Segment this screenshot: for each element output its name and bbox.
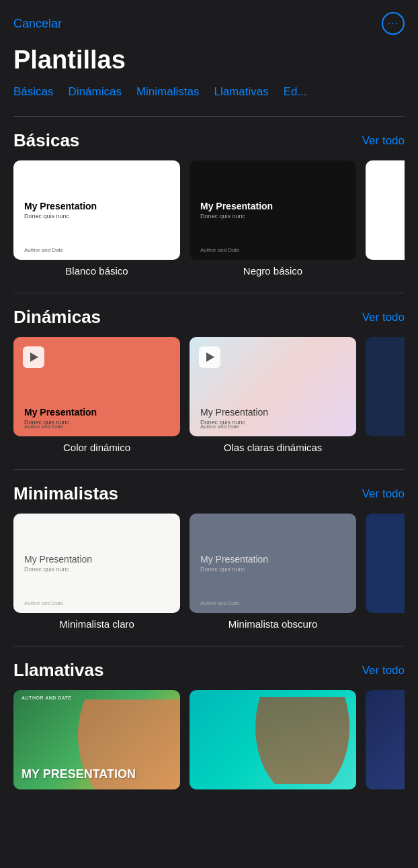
tab-basicas[interactable]: Básicas: [13, 85, 54, 100]
section-minimalistas: Minimalistas Ver todo My Presentation Do…: [0, 477, 418, 639]
card-negro-basico-wrapper: My Presentation Donec quis nunc Author a…: [190, 160, 356, 277]
card-negro-basico[interactable]: My Presentation Donec quis nunc Author a…: [190, 160, 356, 260]
card-min-claro[interactable]: My Presentation Donec quis nunc Author a…: [13, 514, 180, 613]
card-min-oscuro[interactable]: My Presentation Donec quis nunc Author a…: [190, 514, 356, 613]
olas-pres-title: My Presentation: [200, 407, 345, 418]
card-partial-min[interactable]: [366, 514, 405, 613]
play-icon-color: [23, 346, 44, 368]
card-llamativa-1[interactable]: AUTHOR AND DATE MY PRESENTATION: [13, 690, 180, 789]
app-header: Cancelar ···: [0, 0, 418, 42]
negro-pres-title: My Presentation: [200, 201, 345, 211]
card-blanco-basico-wrapper: My Presentation Donec quis nunc Author a…: [13, 160, 180, 277]
card-llamativa-2-wrapper: [190, 690, 356, 789]
tab-educativas[interactable]: Ed...: [284, 85, 307, 100]
divider-2: [13, 293, 405, 293]
card-color-dinamico-wrapper: My Presentation Donec quis nunc Author a…: [13, 337, 180, 453]
card-olas-claras-wrapper: My Presentation Donec quis nunc Author a…: [190, 337, 356, 453]
min-oscuro-label: Minimalista obscuro: [228, 618, 318, 630]
person-figure-2: [255, 697, 349, 784]
card-partial-llamativa[interactable]: [366, 690, 405, 789]
divider-4: [13, 646, 405, 646]
card-partial-llamativa-wrapper: [366, 690, 405, 789]
basicas-header: Básicas Ver todo: [13, 130, 405, 151]
divider-1: [13, 116, 405, 117]
min-claro-label: Minimalista claro: [59, 618, 134, 630]
cancel-button[interactable]: Cancelar: [13, 17, 62, 31]
minimalistas-ver-todo-button[interactable]: Ver todo: [362, 487, 405, 501]
card-llamativa-2[interactable]: [190, 690, 356, 789]
partial-din-title: [366, 337, 379, 354]
more-options-button[interactable]: ···: [382, 12, 405, 35]
dinamicas-header: Dinámicas Ver todo: [13, 307, 405, 328]
card-color-dinamico[interactable]: My Presentation Donec quis nunc Author a…: [13, 337, 180, 436]
basicas-ver-todo-button[interactable]: Ver todo: [362, 134, 405, 148]
blanco-pres-title: My Presentation: [24, 201, 169, 211]
min-oscuro-pres-title: My Presentation: [200, 554, 345, 565]
llamativa-1-big-title: MY PRESENTATION: [22, 768, 136, 781]
card-blanco-basico[interactable]: My Presentation Donec quis nunc Author a…: [13, 160, 180, 260]
dinamicas-cards-row: My Presentation Donec quis nunc Author a…: [13, 337, 405, 463]
card-llamativa-1-wrapper: AUTHOR AND DATE MY PRESENTATION: [13, 690, 180, 789]
section-llamativas: Llamativas Ver todo AUTHOR AND DATE MY P…: [0, 653, 418, 799]
blanco-pres-author: Author and Date: [24, 247, 63, 253]
divider-3: [13, 469, 405, 470]
section-dinamicas: Dinámicas Ver todo My Presentation Donec…: [0, 300, 418, 463]
min-claro-pres-author: Author and Date: [24, 600, 63, 606]
dinamicas-ver-todo-button[interactable]: Ver todo: [362, 311, 405, 324]
basicas-cards-row: My Presentation Donec quis nunc Author a…: [13, 160, 405, 286]
play-icon-olas: [199, 346, 220, 368]
play-triangle-olas-icon: [206, 352, 214, 362]
play-triangle-icon: [30, 352, 38, 362]
olas-pres-author: Author and Date: [200, 424, 239, 430]
card-min-oscuro-wrapper: My Presentation Donec quis nunc Author a…: [190, 514, 356, 630]
negro-pres-author: Author and Date: [200, 247, 239, 253]
min-oscuro-pres-sub: Donec quis nunc: [200, 566, 345, 573]
tab-minimalistas[interactable]: Minimalistas: [136, 85, 200, 100]
negro-pres-sub: Donec quis nunc: [200, 213, 345, 220]
olas-claras-label: Olas claras dinámicas: [224, 442, 323, 453]
basicas-title: Básicas: [13, 130, 79, 151]
tab-llamativas[interactable]: Llamativas: [214, 85, 268, 100]
min-claro-pres-title: My Presentation: [24, 554, 169, 565]
card-partial-dinamica[interactable]: [366, 337, 405, 436]
llamativas-ver-todo-button[interactable]: Ver todo: [362, 664, 405, 677]
section-basicas: Básicas Ver todo My Presentation Donec q…: [0, 124, 418, 286]
page-title: Plantillas: [0, 42, 418, 85]
card-partial-dinamica-wrapper: [366, 337, 405, 453]
minimalistas-cards-row: My Presentation Donec quis nunc Author a…: [13, 514, 405, 639]
color-pres-title: My Presentation: [24, 407, 169, 418]
min-oscuro-pres-author: Author and Date: [200, 600, 239, 606]
color-pres-author: Author and Date: [24, 424, 63, 430]
blanco-pres-sub: Donec quis nunc: [24, 213, 169, 220]
card-partial-min-wrapper: [366, 514, 405, 630]
minimalistas-title: Minimalistas: [13, 483, 118, 504]
color-dinamico-label: Color dinámico: [63, 442, 130, 453]
card-olas-claras[interactable]: My Presentation Donec quis nunc Author a…: [190, 337, 356, 436]
llamativas-header: Llamativas Ver todo: [13, 660, 405, 681]
llamativas-cards-row: AUTHOR AND DATE MY PRESENTATION: [13, 690, 405, 799]
category-tabs: Básicas Dinámicas Minimalistas Llamativa…: [0, 85, 418, 109]
min-claro-pres-sub: Donec quis nunc: [24, 566, 169, 573]
negro-basico-label: Negro básico: [243, 265, 302, 277]
card-partial-basica-wrapper: [366, 160, 405, 277]
llamativa-1-author-top: AUTHOR AND DATE: [22, 695, 72, 700]
more-dots-icon: ···: [388, 18, 399, 29]
blanco-basico-label: Blanco básico: [65, 265, 128, 277]
tab-dinamicas[interactable]: Dinámicas: [69, 85, 122, 100]
minimalistas-header: Minimalistas Ver todo: [13, 483, 405, 504]
dinamicas-title: Dinámicas: [13, 307, 101, 328]
card-partial-basica[interactable]: [366, 160, 405, 260]
llamativas-title: Llamativas: [13, 660, 103, 681]
card-min-claro-wrapper: My Presentation Donec quis nunc Author a…: [13, 514, 180, 630]
